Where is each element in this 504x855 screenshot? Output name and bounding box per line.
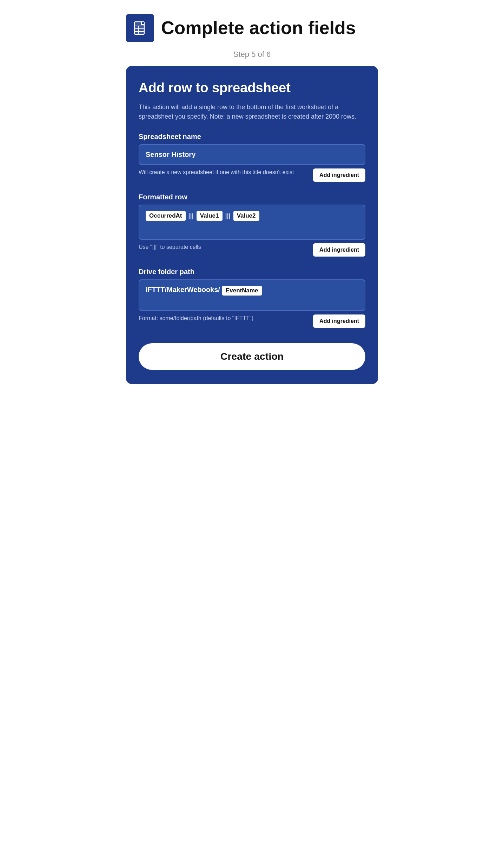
- drive-folder-prefix: IFTTT/MakerWebooks/: [146, 286, 220, 294]
- formatted-row-hint: Use "|||" to separate cells: [139, 243, 307, 251]
- formatted-row-input[interactable]: OccurredAt ||| Value1 ||| Value2: [139, 205, 365, 240]
- chip-value1[interactable]: Value1: [197, 211, 223, 221]
- header: Complete action fields: [126, 7, 378, 46]
- chip-value2[interactable]: Value2: [233, 211, 259, 221]
- formatted-row-section: Formatted row OccurredAt ||| Value1 ||| …: [139, 193, 365, 257]
- formatted-row-footer: Use "|||" to separate cells Add ingredie…: [139, 243, 365, 257]
- main-card: Add row to spreadsheet This action will …: [126, 66, 378, 384]
- spreadsheet-name-label: Spreadsheet name: [139, 133, 365, 141]
- step-indicator: Step 5 of 6: [126, 50, 378, 59]
- spreadsheet-name-hint: Will create a new spreadsheet if one wit…: [139, 168, 307, 176]
- create-action-button[interactable]: Create action: [139, 343, 365, 370]
- formatted-row-add-ingredient-button[interactable]: Add ingredient: [313, 243, 365, 257]
- page-container: Complete action fields Step 5 of 6 Add r…: [126, 7, 378, 384]
- card-title: Add row to spreadsheet: [139, 80, 365, 96]
- spreadsheet-icon: [126, 14, 154, 42]
- spreadsheet-add-ingredient-button[interactable]: Add ingredient: [313, 168, 365, 182]
- separator-1: |||: [188, 211, 194, 221]
- spreadsheet-name-section: Spreadsheet name Will create a new sprea…: [139, 133, 365, 182]
- drive-folder-add-ingredient-button[interactable]: Add ingredient: [313, 314, 365, 328]
- card-description: This action will add a single row to the…: [139, 102, 365, 121]
- separator-2: |||: [225, 211, 231, 221]
- drive-folder-label: Drive folder path: [139, 268, 365, 276]
- drive-folder-input[interactable]: IFTTT/MakerWebooks/ EventName: [139, 279, 365, 311]
- page-title: Complete action fields: [161, 18, 356, 38]
- chip-occurred-at[interactable]: OccurredAt: [146, 211, 186, 221]
- drive-folder-section: Drive folder path IFTTT/MakerWebooks/ Ev…: [139, 268, 365, 328]
- drive-folder-hint: Format: some/folder/path (defaults to "I…: [139, 314, 307, 322]
- spreadsheet-name-footer: Will create a new spreadsheet if one wit…: [139, 168, 365, 182]
- formatted-row-label: Formatted row: [139, 193, 365, 201]
- drive-folder-footer: Format: some/folder/path (defaults to "I…: [139, 314, 365, 328]
- chip-event-name[interactable]: EventName: [222, 286, 262, 296]
- spreadsheet-name-input[interactable]: [139, 144, 365, 165]
